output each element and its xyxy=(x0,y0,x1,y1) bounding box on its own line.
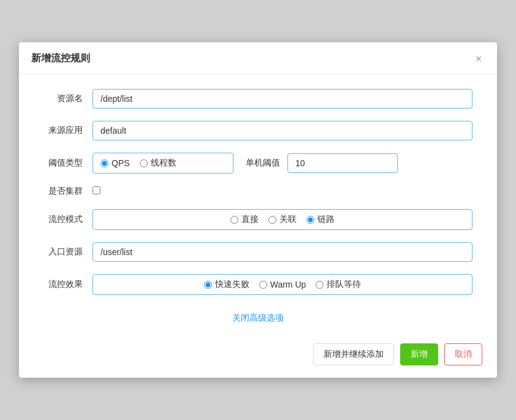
queue-option[interactable]: 排队等待 xyxy=(316,279,361,290)
single-threshold-label: 单机阈值 xyxy=(246,158,280,169)
flow-mode-label: 流控模式 xyxy=(44,214,93,225)
qps-option[interactable]: QPS xyxy=(101,158,130,168)
single-threshold-container: 单机阈值 xyxy=(246,153,472,173)
relate-option[interactable]: 关联 xyxy=(268,214,297,225)
queue-radio[interactable] xyxy=(316,281,324,289)
direct-label: 直接 xyxy=(241,214,259,225)
flow-effect-group: 快速失败 Warm Up 排队等待 xyxy=(93,274,472,295)
single-threshold-input[interactable] xyxy=(287,153,398,173)
cancel-button[interactable]: 取消 xyxy=(444,343,482,365)
resource-row: 资源名 xyxy=(44,89,472,109)
qps-label: QPS xyxy=(112,158,130,168)
threads-option[interactable]: 线程数 xyxy=(140,158,176,169)
threads-label: 线程数 xyxy=(151,158,176,169)
threshold-type-label: 阈值类型 xyxy=(44,158,93,169)
flow-effect-label: 流控效果 xyxy=(44,279,93,290)
entry-resource-row: 入口资源 xyxy=(44,242,472,262)
close-button[interactable]: × xyxy=(472,53,485,65)
cluster-row: 是否集群 xyxy=(44,186,472,197)
flow-mode-row: 流控模式 直接 关联 链路 xyxy=(44,209,472,230)
source-input[interactable] xyxy=(93,121,472,140)
fast-fail-label: 快速失败 xyxy=(215,279,249,290)
relate-radio[interactable] xyxy=(268,216,276,224)
dialog-overlay: 新增流控规则 × 资源名 来源应用 阈值类型 xyxy=(0,0,516,420)
queue-label: 排队等待 xyxy=(327,279,361,290)
direct-option[interactable]: 直接 xyxy=(230,214,259,225)
add-button[interactable]: 新增 xyxy=(400,343,438,365)
dialog-body: 资源名 来源应用 阈值类型 QPS xyxy=(19,74,497,336)
advanced-options-link[interactable]: 关闭高级选项 xyxy=(232,308,284,332)
threads-radio[interactable] xyxy=(140,159,148,167)
entry-resource-input[interactable] xyxy=(93,242,472,262)
chain-radio[interactable] xyxy=(306,216,314,224)
dialog: 新增流控规则 × 资源名 来源应用 阈值类型 xyxy=(19,42,497,378)
cluster-label: 是否集群 xyxy=(44,186,93,197)
flow-mode-group: 直接 关联 链路 xyxy=(93,209,472,230)
advanced-options-container: 关闭高级选项 xyxy=(44,307,472,326)
relate-label: 关联 xyxy=(279,214,297,225)
chain-label: 链路 xyxy=(317,214,335,225)
threshold-row: 阈值类型 QPS 线程数 单机阈值 xyxy=(44,153,472,174)
fast-fail-radio[interactable] xyxy=(204,281,212,289)
warm-up-option[interactable]: Warm Up xyxy=(259,280,306,289)
add-continue-button[interactable]: 新增并继续添加 xyxy=(313,343,394,365)
source-row: 来源应用 xyxy=(44,121,472,140)
dialog-header: 新增流控规则 × xyxy=(19,42,497,74)
chain-option[interactable]: 链路 xyxy=(306,214,335,225)
threshold-type-group: QPS 线程数 xyxy=(93,153,233,174)
resource-input[interactable] xyxy=(93,89,472,109)
direct-radio[interactable] xyxy=(230,216,238,224)
threshold-inline: QPS 线程数 单机阈值 xyxy=(93,153,472,174)
warm-up-radio[interactable] xyxy=(259,281,267,289)
qps-radio[interactable] xyxy=(101,159,108,167)
warm-up-label: Warm Up xyxy=(270,280,306,289)
cluster-checkbox-container xyxy=(93,186,101,197)
resource-label: 资源名 xyxy=(44,93,93,104)
source-label: 来源应用 xyxy=(44,125,93,136)
dialog-title: 新增流控规则 xyxy=(31,52,90,65)
flow-effect-row: 流控效果 快速失败 Warm Up 排队等待 xyxy=(44,274,472,295)
cluster-checkbox[interactable] xyxy=(93,186,101,194)
fast-fail-option[interactable]: 快速失败 xyxy=(204,279,249,290)
entry-resource-label: 入口资源 xyxy=(44,246,93,258)
dialog-footer: 新增并继续添加 新增 取消 xyxy=(19,336,497,378)
